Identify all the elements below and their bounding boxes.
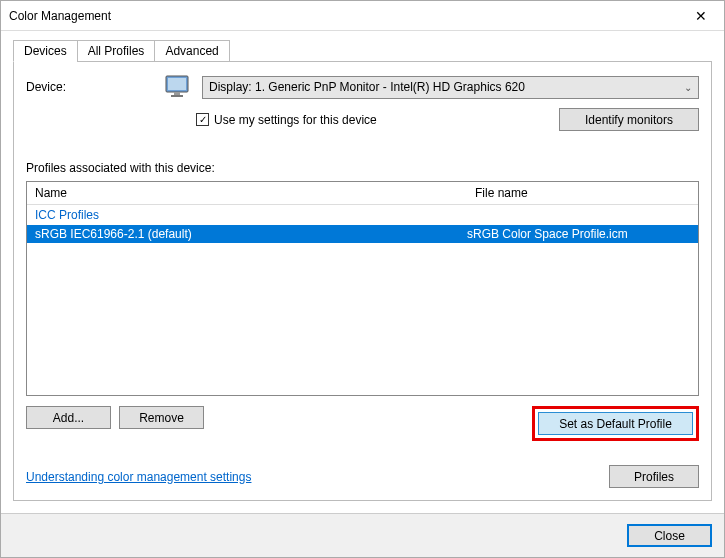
profile-name: sRGB IEC61966-2.1 (default) [35,227,467,241]
actions-row: Add... Remove Set as Default Profile [26,406,699,441]
content-area: Devices All Profiles Advanced Device: Di… [1,31,724,513]
tab-advanced[interactable]: Advanced [154,40,229,62]
profiles-button[interactable]: Profiles [609,465,699,488]
highlight-annotation: Set as Default Profile [532,406,699,441]
understanding-link[interactable]: Understanding color management settings [26,470,251,484]
chevron-down-icon: ⌄ [684,82,692,93]
use-settings-label: Use my settings for this device [214,113,377,127]
remove-button[interactable]: Remove [119,406,204,429]
list-header: Name File name [27,182,698,205]
add-button[interactable]: Add... [26,406,111,429]
svg-rect-3 [171,95,183,97]
profiles-list[interactable]: Name File name ICC Profiles sRGB IEC6196… [26,181,699,396]
monitor-icon [164,74,194,100]
list-item[interactable]: sRGB IEC61966-2.1 (default) sRGB Color S… [27,225,698,243]
col-file[interactable]: File name [467,182,698,204]
device-label: Device: [26,80,156,94]
svg-rect-1 [168,78,186,90]
svg-rect-2 [174,92,180,95]
group-icc-profiles: ICC Profiles [27,205,698,225]
set-default-button[interactable]: Set as Default Profile [538,412,693,435]
footer: Close [1,513,724,557]
device-dropdown[interactable]: Display: 1. Generic PnP Monitor - Intel(… [202,76,699,99]
close-button[interactable]: Close [627,524,712,547]
checkmark-icon: ✓ [196,113,209,126]
profile-file: sRGB Color Space Profile.icm [467,227,690,241]
profiles-assoc-label: Profiles associated with this device: [26,161,699,175]
device-row: Device: Display: 1. Generic PnP Monitor … [26,74,699,100]
close-icon[interactable]: ✕ [678,1,724,31]
tab-pane-devices: Device: Display: 1. Generic PnP Monitor … [13,61,712,501]
settings-row: ✓ Use my settings for this device Identi… [196,108,699,131]
col-name[interactable]: Name [27,182,467,204]
tab-all-profiles[interactable]: All Profiles [77,40,156,62]
window-title: Color Management [1,9,111,23]
titlebar: Color Management ✕ [1,1,724,31]
bottom-row: Understanding color management settings … [26,465,699,488]
device-selected-text: Display: 1. Generic PnP Monitor - Intel(… [209,80,525,94]
tabs: Devices All Profiles Advanced [13,40,712,62]
tab-devices[interactable]: Devices [13,40,78,62]
identify-monitors-button[interactable]: Identify monitors [559,108,699,131]
use-settings-checkbox[interactable]: ✓ Use my settings for this device [196,113,377,127]
